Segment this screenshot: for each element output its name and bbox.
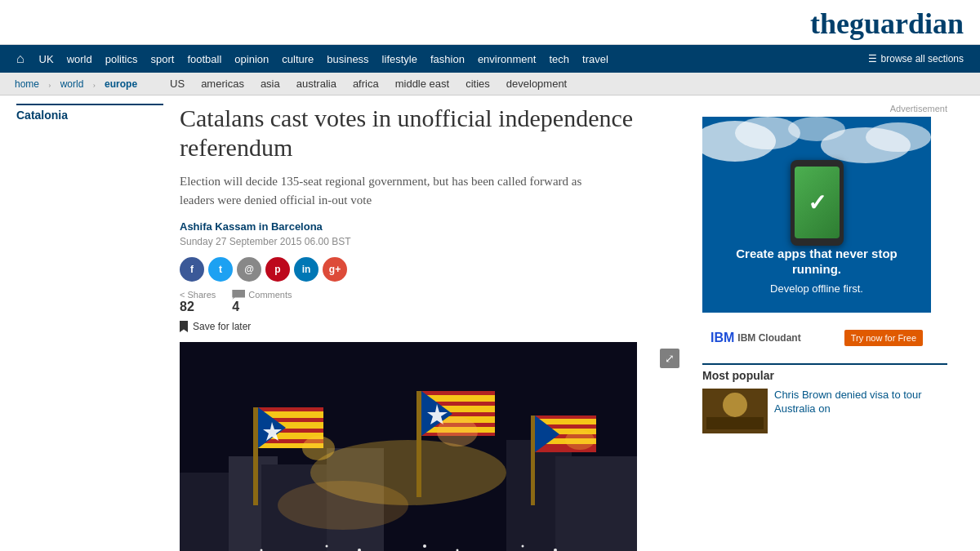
most-popular-section: Most popular Chris Brown denied visa to …	[702, 363, 947, 433]
comments-icon	[232, 290, 245, 300]
ad-main-text: Create apps that never stop running.	[715, 246, 919, 278]
googleplus-share-button[interactable]: g+	[323, 257, 347, 282]
nav-football[interactable]: football	[180, 47, 228, 72]
nav-opinion[interactable]: opinion	[228, 47, 275, 72]
secondary-navigation: home › world › europe US americas asia a…	[0, 73, 980, 96]
browse-all-button[interactable]: ☰ browse all sections	[860, 47, 972, 71]
pinterest-share-button[interactable]: p	[265, 257, 290, 282]
nav-fashion[interactable]: fashion	[424, 47, 471, 72]
svg-rect-73	[531, 415, 535, 505]
site-logo[interactable]: theguardian	[810, 7, 964, 41]
subnav-us[interactable]: US	[163, 76, 191, 91]
subnav-australia[interactable]: australia	[290, 76, 343, 91]
svg-point-8	[278, 481, 408, 530]
popular-item-text[interactable]: Chris Brown denied visa to tour Australi…	[774, 389, 947, 433]
popular-image-svg	[702, 389, 768, 433]
svg-point-81	[565, 430, 595, 450]
svg-rect-89	[706, 417, 764, 429]
publish-date: Sunday 27 September 2015 06.00 BST	[180, 236, 686, 247]
subnav-americas[interactable]: americas	[194, 76, 251, 91]
svg-point-86	[788, 117, 845, 141]
nav-lifestyle[interactable]: lifestyle	[376, 47, 424, 72]
ad-label: Advertisement	[702, 104, 947, 113]
ibm-brand-name: IBM Cloudant	[737, 332, 800, 344]
nav-culture[interactable]: culture	[275, 47, 320, 72]
primary-navigation: ⌂ UK world politics sport football opini…	[0, 45, 980, 73]
article-area: Catalans cast votes in unofficial indepe…	[180, 104, 686, 551]
svg-point-49	[326, 545, 328, 548]
subnav-cities[interactable]: cities	[459, 76, 497, 91]
ad-phone-graphic: ✓	[791, 160, 844, 246]
svg-rect-57	[253, 407, 258, 505]
author-name: Ashifa Kassam in Barcelona	[180, 220, 686, 233]
main-content: Catalonia Catalans cast votes in unoffic…	[0, 96, 980, 551]
save-for-later-button[interactable]: Save for later	[180, 321, 686, 332]
site-header: theguardian	[0, 0, 980, 45]
nav-business[interactable]: business	[320, 47, 375, 72]
expand-image-button[interactable]: ⤢	[660, 349, 679, 368]
subnav-development[interactable]: development	[500, 76, 573, 91]
ad-check-icon: ✓	[808, 189, 826, 216]
ad-phone-screen: ✓	[795, 167, 840, 238]
breadcrumb-separator-2: ›	[92, 79, 96, 89]
svg-rect-65	[416, 391, 421, 497]
breadcrumb-home[interactable]: home	[8, 77, 46, 91]
bookmark-icon	[180, 321, 188, 332]
ad-sub-text: Develop offline first.	[770, 282, 863, 295]
subnav-asia[interactable]: asia	[254, 76, 287, 91]
right-sidebar: Advertisement ✓	[702, 104, 947, 551]
nav-sport[interactable]: sport	[145, 47, 181, 72]
popular-item-image	[702, 389, 768, 433]
social-counts: < Shares 82 Comments 4	[180, 290, 686, 314]
twitter-share-button[interactable]: t	[208, 257, 233, 282]
shares-label: < Shares	[180, 290, 216, 300]
nav-uk[interactable]: UK	[33, 47, 60, 72]
svg-point-80	[437, 417, 478, 447]
ibm-icon: IBM	[710, 331, 734, 345]
svg-point-85	[866, 122, 931, 152]
logo-guardian: guardian	[849, 7, 964, 40]
facebook-share-button[interactable]: f	[180, 257, 204, 282]
comments-count-area: Comments 4	[232, 290, 292, 314]
home-icon[interactable]: ⌂	[8, 45, 33, 73]
popular-item: Chris Brown denied visa to tour Australi…	[702, 389, 947, 433]
article-title: Catalans cast votes in unofficial indepe…	[180, 104, 686, 162]
svg-point-79	[302, 436, 335, 460]
try-now-button[interactable]: Try now for Free	[844, 330, 923, 346]
section-label: Catalonia	[16, 104, 163, 122]
social-share-bar: f t @ p in g+	[180, 257, 686, 282]
advertisement[interactable]: ✓ Create apps that never stop running. D…	[702, 117, 931, 351]
hamburger-icon: ☰	[868, 53, 877, 64]
svg-point-55	[522, 545, 524, 548]
ad-content-box: ✓ Create apps that never stop running. D…	[702, 117, 931, 313]
linkedin-share-button[interactable]: in	[294, 257, 318, 282]
most-popular-title: Most popular	[702, 363, 947, 382]
comments-label: Comments	[232, 290, 292, 300]
breadcrumb-separator-1: ›	[48, 79, 51, 89]
logo-the: the	[810, 7, 849, 40]
shares-count-area: < Shares 82	[180, 290, 216, 314]
article-subtitle: Election will decide 135-seat regional g…	[180, 172, 588, 209]
email-share-button[interactable]: @	[237, 257, 261, 282]
subnav-africa[interactable]: africa	[346, 76, 385, 91]
nav-travel[interactable]: travel	[576, 47, 615, 72]
article-image	[180, 342, 637, 551]
svg-rect-6	[555, 456, 637, 551]
breadcrumb-world[interactable]: world	[54, 77, 91, 91]
svg-point-88	[723, 393, 747, 417]
nav-environment[interactable]: environment	[471, 47, 543, 72]
browse-all-label: browse all sections	[881, 53, 964, 64]
save-label: Save for later	[193, 321, 251, 332]
article-image-container: ⤢ 📷 Phones light up the crowd attending …	[180, 342, 686, 551]
svg-point-52	[423, 544, 426, 548]
ad-footer: IBM IBM Cloudant Try now for Free	[702, 325, 931, 351]
left-sidebar: Catalonia	[16, 104, 163, 551]
breadcrumb: home › world › europe	[8, 77, 144, 91]
comments-count: 4	[232, 300, 292, 314]
ibm-logo: IBM IBM Cloudant	[710, 331, 801, 345]
nav-world[interactable]: world	[60, 47, 99, 72]
breadcrumb-europe[interactable]: europe	[98, 77, 144, 91]
nav-tech[interactable]: tech	[542, 47, 576, 72]
subnav-middle-east[interactable]: middle east	[389, 76, 456, 91]
nav-politics[interactable]: politics	[99, 47, 145, 72]
